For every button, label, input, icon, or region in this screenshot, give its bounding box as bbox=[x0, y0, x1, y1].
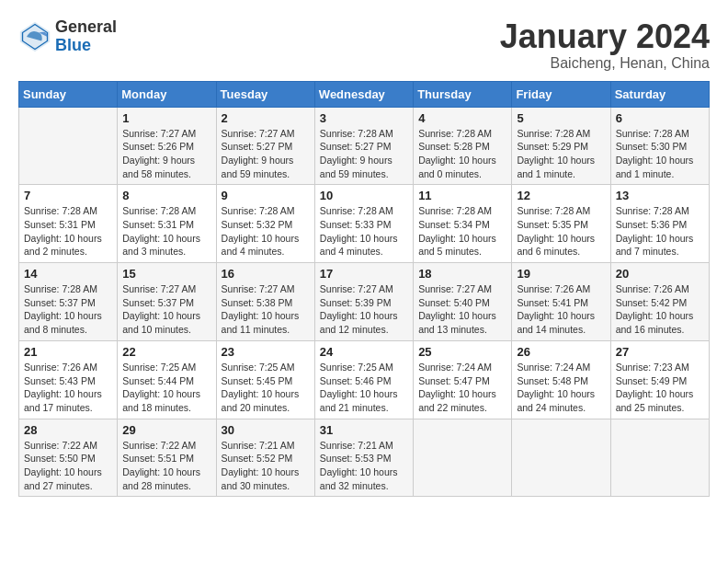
calendar-cell bbox=[19, 107, 118, 185]
day-number: 16 bbox=[222, 267, 310, 281]
calendar-cell: 16Sunrise: 7:27 AM Sunset: 5:38 PM Dayli… bbox=[216, 263, 314, 341]
calendar-body: 1Sunrise: 7:27 AM Sunset: 5:26 PM Daylig… bbox=[19, 107, 710, 497]
calendar-cell bbox=[610, 419, 709, 497]
day-info: Sunrise: 7:28 AM Sunset: 5:28 PM Dayligh… bbox=[418, 127, 506, 181]
day-info: Sunrise: 7:28 AM Sunset: 5:37 PM Dayligh… bbox=[24, 282, 112, 337]
calendar-header: SundayMondayTuesdayWednesdayThursdayFrid… bbox=[19, 81, 710, 107]
day-info: Sunrise: 7:27 AM Sunset: 5:39 PM Dayligh… bbox=[320, 282, 408, 337]
logo-general: General bbox=[55, 17, 117, 36]
day-info: Sunrise: 7:28 AM Sunset: 5:29 PM Dayligh… bbox=[517, 127, 605, 181]
calendar-cell: 9Sunrise: 7:28 AM Sunset: 5:32 PM Daylig… bbox=[216, 185, 314, 263]
calendar-cell: 25Sunrise: 7:24 AM Sunset: 5:47 PM Dayli… bbox=[414, 340, 512, 419]
day-info: Sunrise: 7:28 AM Sunset: 5:32 PM Dayligh… bbox=[222, 204, 310, 259]
day-number: 25 bbox=[418, 345, 506, 359]
day-number: 29 bbox=[122, 423, 210, 437]
calendar-cell: 18Sunrise: 7:27 AM Sunset: 5:40 PM Dayli… bbox=[414, 263, 512, 341]
day-info: Sunrise: 7:28 AM Sunset: 5:34 PM Dayligh… bbox=[418, 204, 506, 259]
day-number: 17 bbox=[320, 267, 408, 281]
day-number: 3 bbox=[320, 111, 408, 125]
calendar-cell: 29Sunrise: 7:22 AM Sunset: 5:51 PM Dayli… bbox=[118, 419, 216, 497]
day-number: 1 bbox=[122, 111, 210, 125]
day-number: 19 bbox=[517, 267, 605, 281]
calendar-cell: 23Sunrise: 7:25 AM Sunset: 5:45 PM Dayli… bbox=[216, 340, 314, 419]
header-day-thursday: Thursday bbox=[414, 81, 512, 107]
calendar-subtitle: Baicheng, Henan, China bbox=[500, 55, 710, 72]
day-number: 6 bbox=[616, 111, 704, 125]
day-number: 2 bbox=[222, 111, 310, 125]
logo: General Blue bbox=[18, 18, 117, 55]
day-number: 9 bbox=[222, 189, 310, 202]
day-info: Sunrise: 7:28 AM Sunset: 5:30 PM Dayligh… bbox=[616, 127, 704, 181]
day-info: Sunrise: 7:28 AM Sunset: 5:31 PM Dayligh… bbox=[122, 204, 210, 259]
day-number: 13 bbox=[616, 189, 704, 202]
title-block: January 2024 Baicheng, Henan, China bbox=[500, 18, 710, 72]
day-number: 11 bbox=[418, 189, 506, 202]
calendar-week-3: 14Sunrise: 7:28 AM Sunset: 5:37 PM Dayli… bbox=[19, 263, 710, 341]
calendar-title: January 2024 bbox=[500, 18, 710, 55]
day-number: 12 bbox=[517, 189, 605, 202]
calendar-cell: 24Sunrise: 7:25 AM Sunset: 5:46 PM Dayli… bbox=[314, 340, 413, 419]
calendar-cell: 10Sunrise: 7:28 AM Sunset: 5:33 PM Dayli… bbox=[314, 185, 413, 263]
day-number: 24 bbox=[320, 345, 408, 359]
day-info: Sunrise: 7:27 AM Sunset: 5:26 PM Dayligh… bbox=[122, 127, 210, 181]
day-info: Sunrise: 7:27 AM Sunset: 5:38 PM Dayligh… bbox=[222, 282, 310, 337]
calendar-cell: 2Sunrise: 7:27 AM Sunset: 5:27 PM Daylig… bbox=[216, 107, 314, 185]
calendar-cell: 13Sunrise: 7:28 AM Sunset: 5:36 PM Dayli… bbox=[610, 185, 709, 263]
calendar-cell: 19Sunrise: 7:26 AM Sunset: 5:41 PM Dayli… bbox=[512, 263, 610, 341]
day-number: 7 bbox=[24, 189, 112, 202]
calendar-cell: 30Sunrise: 7:21 AM Sunset: 5:52 PM Dayli… bbox=[216, 419, 314, 497]
header-day-wednesday: Wednesday bbox=[314, 81, 413, 107]
calendar-cell: 7Sunrise: 7:28 AM Sunset: 5:31 PM Daylig… bbox=[19, 185, 118, 263]
day-number: 4 bbox=[418, 111, 506, 125]
calendar-cell: 14Sunrise: 7:28 AM Sunset: 5:37 PM Dayli… bbox=[19, 263, 118, 341]
day-number: 5 bbox=[517, 111, 605, 125]
calendar-cell: 17Sunrise: 7:27 AM Sunset: 5:39 PM Dayli… bbox=[314, 263, 413, 341]
day-number: 27 bbox=[616, 345, 704, 359]
day-info: Sunrise: 7:27 AM Sunset: 5:40 PM Dayligh… bbox=[418, 282, 506, 337]
day-info: Sunrise: 7:28 AM Sunset: 5:31 PM Dayligh… bbox=[24, 204, 112, 259]
calendar-cell: 3Sunrise: 7:28 AM Sunset: 5:27 PM Daylig… bbox=[314, 107, 413, 185]
day-number: 14 bbox=[24, 267, 112, 281]
calendar-cell: 20Sunrise: 7:26 AM Sunset: 5:42 PM Dayli… bbox=[610, 263, 709, 341]
day-info: Sunrise: 7:26 AM Sunset: 5:41 PM Dayligh… bbox=[517, 282, 605, 337]
logo-icon bbox=[18, 20, 51, 53]
logo-blue: Blue bbox=[55, 36, 91, 54]
day-number: 15 bbox=[122, 267, 210, 281]
calendar-cell: 22Sunrise: 7:25 AM Sunset: 5:44 PM Dayli… bbox=[118, 340, 216, 419]
header-day-monday: Monday bbox=[118, 81, 216, 107]
calendar-cell: 26Sunrise: 7:24 AM Sunset: 5:48 PM Dayli… bbox=[512, 340, 610, 419]
day-info: Sunrise: 7:24 AM Sunset: 5:47 PM Dayligh… bbox=[418, 361, 506, 415]
calendar-week-5: 28Sunrise: 7:22 AM Sunset: 5:50 PM Dayli… bbox=[19, 419, 710, 497]
calendar-table: SundayMondayTuesdayWednesdayThursdayFrid… bbox=[18, 81, 710, 498]
header-day-tuesday: Tuesday bbox=[216, 81, 314, 107]
calendar-cell: 8Sunrise: 7:28 AM Sunset: 5:31 PM Daylig… bbox=[118, 185, 216, 263]
day-info: Sunrise: 7:28 AM Sunset: 5:27 PM Dayligh… bbox=[320, 127, 408, 181]
calendar-week-1: 1Sunrise: 7:27 AM Sunset: 5:26 PM Daylig… bbox=[19, 107, 710, 185]
calendar-cell: 6Sunrise: 7:28 AM Sunset: 5:30 PM Daylig… bbox=[610, 107, 709, 185]
header-day-friday: Friday bbox=[512, 81, 610, 107]
day-number: 26 bbox=[517, 345, 605, 359]
calendar-cell: 31Sunrise: 7:21 AM Sunset: 5:53 PM Dayli… bbox=[314, 419, 413, 497]
calendar-cell: 27Sunrise: 7:23 AM Sunset: 5:49 PM Dayli… bbox=[610, 340, 709, 419]
calendar-cell: 21Sunrise: 7:26 AM Sunset: 5:43 PM Dayli… bbox=[19, 340, 118, 419]
day-number: 10 bbox=[320, 189, 408, 202]
calendar-cell: 12Sunrise: 7:28 AM Sunset: 5:35 PM Dayli… bbox=[512, 185, 610, 263]
day-info: Sunrise: 7:28 AM Sunset: 5:35 PM Dayligh… bbox=[517, 204, 605, 259]
calendar-cell: 11Sunrise: 7:28 AM Sunset: 5:34 PM Dayli… bbox=[414, 185, 512, 263]
day-info: Sunrise: 7:25 AM Sunset: 5:46 PM Dayligh… bbox=[320, 361, 408, 415]
header-day-sunday: Sunday bbox=[19, 81, 118, 107]
day-info: Sunrise: 7:28 AM Sunset: 5:36 PM Dayligh… bbox=[616, 204, 704, 259]
day-number: 23 bbox=[222, 345, 310, 359]
calendar-cell: 15Sunrise: 7:27 AM Sunset: 5:37 PM Dayli… bbox=[118, 263, 216, 341]
calendar-week-4: 21Sunrise: 7:26 AM Sunset: 5:43 PM Dayli… bbox=[19, 340, 710, 419]
calendar-cell: 1Sunrise: 7:27 AM Sunset: 5:26 PM Daylig… bbox=[118, 107, 216, 185]
calendar-cell: 28Sunrise: 7:22 AM Sunset: 5:50 PM Dayli… bbox=[19, 419, 118, 497]
day-info: Sunrise: 7:23 AM Sunset: 5:49 PM Dayligh… bbox=[616, 361, 704, 415]
day-number: 21 bbox=[24, 345, 112, 359]
day-info: Sunrise: 7:27 AM Sunset: 5:37 PM Dayligh… bbox=[122, 282, 210, 337]
calendar-cell: 4Sunrise: 7:28 AM Sunset: 5:28 PM Daylig… bbox=[414, 107, 512, 185]
day-info: Sunrise: 7:26 AM Sunset: 5:43 PM Dayligh… bbox=[24, 361, 112, 415]
day-info: Sunrise: 7:28 AM Sunset: 5:33 PM Dayligh… bbox=[320, 204, 408, 259]
logo-text: General Blue bbox=[55, 18, 117, 55]
day-info: Sunrise: 7:21 AM Sunset: 5:52 PM Dayligh… bbox=[222, 439, 310, 493]
